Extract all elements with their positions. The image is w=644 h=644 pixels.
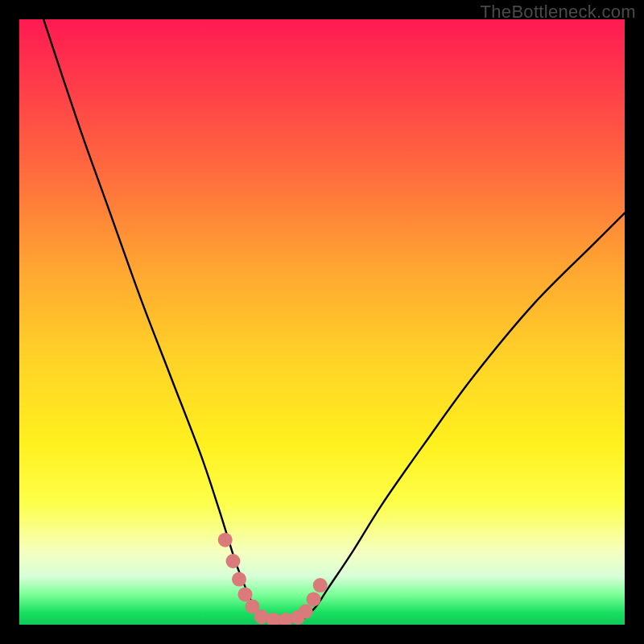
highlight-dot (254, 609, 269, 624)
highlight-dot (238, 587, 253, 601)
series-right-curve (303, 213, 625, 619)
watermark-text: TheBottleneck.com (481, 2, 636, 23)
highlight-dot (232, 572, 246, 587)
highlight-dot (218, 533, 233, 547)
highlight-dot (307, 592, 321, 606)
highlight-dot (313, 578, 328, 592)
highlight-dot (299, 605, 313, 619)
chart-svg (19, 19, 625, 625)
plot-area (19, 19, 625, 625)
series-left-curve (43, 19, 262, 619)
highlight-dot (226, 554, 241, 568)
